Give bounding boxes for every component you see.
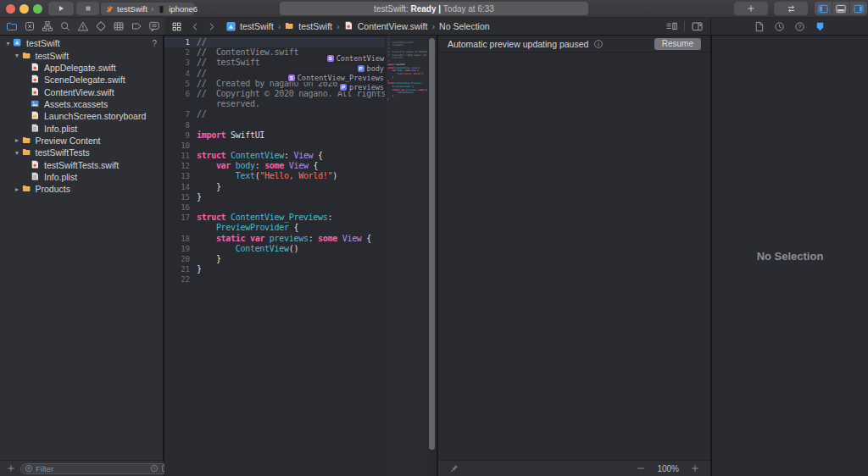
tree-row-products[interactable]: ▸Products xyxy=(0,183,163,195)
zoom-out-icon[interactable] xyxy=(636,463,646,473)
code-line[interactable]: reserved. xyxy=(164,99,385,109)
disclosure-triangle-icon[interactable]: ▾ xyxy=(4,40,12,47)
inspector-tab-preview-inspector[interactable] xyxy=(815,21,826,32)
code-line[interactable]: 18 static var previews: some View { xyxy=(164,234,385,244)
resume-button[interactable]: Resume xyxy=(654,38,701,50)
app-file-icon xyxy=(225,21,236,32)
line-number: 7 xyxy=(164,109,190,119)
tree-row-assets-xcassets[interactable]: Assets.xcassets xyxy=(0,98,163,110)
tree-row-testswifttests[interactable]: ▾testSwiftTests xyxy=(0,147,163,158)
code-line[interactable]: 15} xyxy=(164,192,385,202)
scheme-destination[interactable]: iphone6 xyxy=(169,4,198,14)
navigator-tab-breakpoints[interactable] xyxy=(130,20,142,33)
inspector-tab-file-inspector[interactable] xyxy=(754,21,765,32)
code-line[interactable]: 13 Text("Hello, World!") xyxy=(164,171,385,181)
breadcrumb-item[interactable]: testSwift xyxy=(225,21,274,32)
add-editor-icon[interactable] xyxy=(691,20,704,32)
navigator-tab-find[interactable] xyxy=(58,20,71,33)
navigator-tab-issues[interactable] xyxy=(76,20,89,33)
source-editor[interactable]: 1//2// ContentView.swift3// testSwift4//… xyxy=(164,36,437,476)
recents-filter-icon[interactable] xyxy=(150,464,159,473)
zoom-in-icon[interactable] xyxy=(690,463,700,473)
code-line[interactable]: 8 xyxy=(164,120,385,130)
tree-row-testswift[interactable]: ▾testSwift? xyxy=(0,37,163,49)
tree-row-contentview-swift[interactable]: ContentView.swift xyxy=(0,86,163,97)
navigator-tab-reports[interactable] xyxy=(147,20,160,33)
code-line[interactable]: 12 var body: some View { xyxy=(164,161,385,171)
code-line[interactable]: 22 xyxy=(164,274,385,285)
minimap[interactable]: //// ContentView.swift// testSwift//// C… xyxy=(385,36,427,476)
code-line[interactable]: 20 } xyxy=(164,254,385,264)
breadcrumb-item[interactable]: ContentView.swift xyxy=(344,21,428,31)
filter-input[interactable] xyxy=(36,464,147,473)
jump-bar: testSwift›testSwift›ContentView.swift›No… xyxy=(164,18,710,35)
code-line[interactable]: 21} xyxy=(164,264,385,274)
code-line[interactable]: 11struct ContentView: View { xyxy=(164,151,385,161)
inspector-tab-quick-help-inspector[interactable]: ? xyxy=(794,21,805,32)
breadcrumb-label: No Selection xyxy=(439,21,490,31)
minimize-window-button[interactable] xyxy=(19,4,29,14)
source-control-status-badge: ? xyxy=(152,39,157,48)
tree-row-testswift[interactable]: ▾testSwift xyxy=(0,49,163,61)
tree-item-label: LaunchScreen.storyboard xyxy=(44,111,146,121)
filter-field[interactable] xyxy=(20,463,174,474)
info-icon[interactable] xyxy=(593,39,604,49)
stop-button[interactable] xyxy=(76,2,99,15)
scheme-target[interactable]: testSwift xyxy=(117,4,147,14)
zoom-level: 100% xyxy=(657,464,679,473)
go-forward-icon[interactable] xyxy=(207,21,217,32)
code-line[interactable]: 17struct ContentView_Previews: xyxy=(164,213,385,223)
symbols-navigator-icon xyxy=(42,20,53,32)
breadcrumb-chevron-icon: › xyxy=(278,21,281,31)
navigator-tab-project[interactable] xyxy=(5,20,18,33)
scheme-selector[interactable]: testSwift › iphone6 xyxy=(101,3,194,15)
zoom-window-button[interactable] xyxy=(33,4,42,14)
tree-row-appdelegate-swift[interactable]: AppDelegate.swift xyxy=(0,62,163,74)
code-line[interactable]: PreviewProvider { xyxy=(164,223,385,233)
navigator-tab-symbols[interactable] xyxy=(41,20,53,33)
disclosure-triangle-icon[interactable]: ▸ xyxy=(14,136,21,144)
go-back-icon[interactable] xyxy=(190,21,200,32)
breadcrumb-label: testSwift xyxy=(298,21,332,31)
debug-panel-toggle[interactable] xyxy=(832,2,849,15)
code-line[interactable]: 14 } xyxy=(164,182,385,192)
tree-row-preview-content[interactable]: ▸Preview Content xyxy=(0,135,163,147)
editor-swap-button[interactable] xyxy=(774,2,808,15)
run-button[interactable] xyxy=(48,2,74,15)
code-line[interactable]: 9import SwiftUI xyxy=(164,130,385,141)
tree-row-testswifttests-swift[interactable]: testSwiftTests.swift xyxy=(0,158,163,170)
navigator-tab-source-control[interactable] xyxy=(23,20,36,33)
tree-row-info-plist[interactable]: Info.plist xyxy=(0,171,163,183)
add-file-icon[interactable] xyxy=(6,463,16,473)
pin-icon[interactable] xyxy=(448,463,459,474)
code-line[interactable]: 1// xyxy=(164,37,385,47)
breadcrumb-label: ContentView.swift xyxy=(358,21,428,31)
storyboard-file-icon xyxy=(31,111,41,121)
tree-row-info-plist[interactable]: Info.plist xyxy=(0,122,163,134)
code-line[interactable]: 19 ContentView() xyxy=(164,244,385,254)
close-window-button[interactable] xyxy=(6,4,15,14)
breadcrumb-item[interactable]: No Selection xyxy=(439,21,490,31)
editor-scrollbar[interactable] xyxy=(429,38,435,450)
inspector-panel-toggle[interactable] xyxy=(849,2,867,15)
navigator-tab-tests[interactable] xyxy=(94,20,107,33)
tree-row-launchscreen-storyboard[interactable]: LaunchScreen.storyboard xyxy=(0,110,163,122)
related-items-icon[interactable] xyxy=(171,21,182,32)
navigator-tab-debug[interactable] xyxy=(112,20,125,33)
inspector-tab-history-inspector[interactable] xyxy=(774,21,785,32)
minimap-symbol-label: Pbody xyxy=(356,64,387,73)
line-number: 4 xyxy=(164,69,190,79)
library-button[interactable] xyxy=(734,2,768,15)
line-number: 15 xyxy=(164,192,190,202)
code-line[interactable]: 10 xyxy=(164,141,385,151)
navigator-panel-toggle[interactable] xyxy=(815,2,832,15)
disclosure-triangle-icon[interactable]: ▾ xyxy=(14,149,21,157)
editor-options-icon[interactable] xyxy=(665,20,678,32)
code-line[interactable]: 16 xyxy=(164,202,385,213)
code-line[interactable]: 7// xyxy=(164,109,385,119)
disclosure-triangle-icon[interactable]: ▸ xyxy=(14,185,21,193)
disclosure-triangle-icon[interactable]: ▾ xyxy=(14,52,21,59)
device-icon xyxy=(157,4,166,14)
breadcrumb-item[interactable]: testSwift xyxy=(285,21,332,31)
tree-row-scenedelegate-swift[interactable]: SceneDelegate.swift xyxy=(0,74,163,86)
